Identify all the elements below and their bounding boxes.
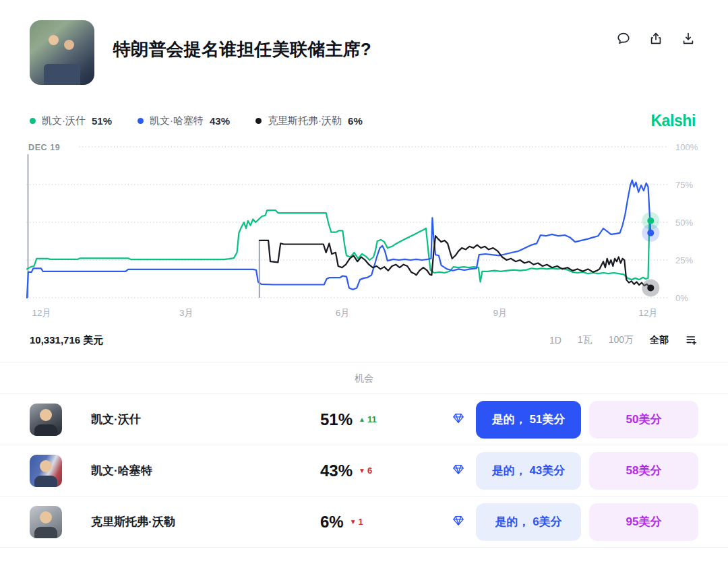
meta-row: 10,331,716 美元 1D 1瓦 100万 全部	[0, 333, 728, 347]
triangle-down-icon: ▼	[359, 467, 365, 474]
yes-button[interactable]: 是的， 43美分	[476, 452, 581, 490]
outcome-percent-group: 51% ▲ 11	[320, 410, 452, 429]
outcomes-table: 机会 凯文·沃什 51% ▲ 11 是的， 51美分 50美分 凯文·哈塞特 4…	[0, 362, 728, 548]
market-thumbnail-image	[30, 20, 94, 85]
range-selector: 1D 1瓦 100万 全部	[549, 333, 698, 347]
change-value: 11	[367, 414, 377, 424]
legend-row: 凯文·沃什 51% 凯文·哈塞特 43% 克里斯托弗·沃勒 6% Kalshi	[0, 112, 728, 130]
black-dot-icon	[255, 118, 262, 124]
table-row-warsh[interactable]: 凯文·沃什 51% ▲ 11 是的， 51美分 50美分	[0, 394, 728, 445]
range-1d[interactable]: 1D	[549, 335, 562, 346]
svg-text:3月: 3月	[179, 308, 193, 318]
avatar	[30, 455, 62, 487]
outcome-percent-group: 6% ▼ 1	[320, 513, 452, 532]
market-page: 特朗普会提名谁担任美联储主席? 凯文·沃什 51% 凯文·哈塞特 43	[0, 0, 728, 578]
svg-text:50%: 50%	[675, 218, 693, 228]
change-value: 1	[359, 517, 363, 527]
avatar	[30, 506, 62, 538]
svg-text:DEC 19: DEC 19	[28, 143, 60, 152]
price-chart[interactable]: 0%25%50%75%100%DEC 1912月3月6月9月12月	[0, 139, 728, 323]
legend-value: 43%	[210, 115, 230, 127]
diamond-icon[interactable]	[452, 412, 476, 428]
legend-name: 凯文·沃什	[42, 115, 86, 127]
legend-name: 凯文·哈塞特	[150, 115, 204, 127]
legend-item-waller[interactable]: 克里斯托弗·沃勒 6%	[255, 115, 363, 127]
yes-button[interactable]: 是的， 51美分	[476, 401, 581, 439]
header: 特朗普会提名谁担任美联储主席?	[0, 0, 728, 85]
percent-value: 43%	[320, 461, 353, 480]
svg-text:12月: 12月	[32, 308, 52, 318]
change-badge: ▼ 6	[359, 465, 372, 476]
svg-text:0%: 0%	[675, 293, 688, 303]
svg-text:25%: 25%	[675, 255, 693, 265]
outcome-name: 克里斯托弗·沃勒	[91, 514, 320, 529]
header-actions	[616, 31, 696, 46]
blue-dot-icon	[138, 118, 144, 124]
range-1w[interactable]: 1瓦	[578, 334, 593, 346]
legend-name: 克里斯托弗·沃勒	[268, 115, 342, 127]
chart-area: 0%25%50%75%100%DEC 1912月3月6月9月12月	[0, 139, 728, 323]
svg-text:6月: 6月	[336, 308, 350, 318]
outcome-name: 凯文·沃什	[91, 412, 320, 427]
outcome-percent-group: 43% ▼ 6	[320, 461, 452, 480]
table-row-waller[interactable]: 克里斯托弗·沃勒 6% ▼ 1 是的， 6美分 95美分	[0, 496, 728, 548]
change-value: 6	[367, 465, 372, 476]
svg-text:9月: 9月	[493, 308, 508, 318]
change-badge: ▼ 1	[350, 517, 363, 527]
outcome-name: 凯文·哈塞特	[91, 463, 320, 478]
comment-icon[interactable]	[616, 31, 631, 46]
market-title: 特朗普会提名谁担任美联储主席?	[113, 38, 371, 61]
percent-value: 51%	[320, 410, 353, 429]
table-row-hassett[interactable]: 凯文·哈塞特 43% ▼ 6 是的， 43美分 58美分	[0, 445, 728, 496]
volume-label: 10,331,716 美元	[30, 334, 103, 347]
legend-value: 6%	[348, 115, 363, 127]
change-badge: ▲ 11	[359, 414, 377, 424]
no-button[interactable]: 50美分	[589, 401, 698, 439]
column-header-chance: 机会	[0, 362, 728, 394]
triangle-down-icon: ▼	[350, 518, 357, 525]
avatar	[30, 404, 62, 436]
chart-legend: 凯文·沃什 51% 凯文·哈塞特 43% 克里斯托弗·沃勒 6%	[30, 115, 363, 127]
legend-value: 51%	[92, 115, 112, 127]
kalshi-logo: Kalshi	[650, 112, 696, 130]
svg-text:100%: 100%	[675, 142, 698, 152]
yes-button[interactable]: 是的， 6美分	[476, 503, 581, 541]
svg-text:75%: 75%	[675, 180, 693, 190]
green-dot-icon	[30, 118, 36, 124]
diamond-icon[interactable]	[452, 514, 476, 530]
percent-value: 6%	[320, 513, 344, 532]
diamond-icon[interactable]	[452, 463, 476, 479]
download-icon[interactable]	[681, 31, 696, 46]
legend-item-warsh[interactable]: 凯文·沃什 51%	[30, 115, 112, 127]
legend-item-hassett[interactable]: 凯文·哈塞特 43%	[138, 115, 230, 127]
no-button[interactable]: 58美分	[589, 452, 698, 490]
range-all[interactable]: 全部	[650, 334, 669, 346]
share-icon[interactable]	[648, 31, 663, 46]
svg-text:12月: 12月	[638, 308, 658, 318]
range-1m[interactable]: 100万	[609, 334, 634, 346]
triangle-up-icon: ▲	[359, 416, 365, 423]
no-button[interactable]: 95美分	[589, 503, 698, 541]
list-plus-icon[interactable]	[685, 333, 698, 347]
